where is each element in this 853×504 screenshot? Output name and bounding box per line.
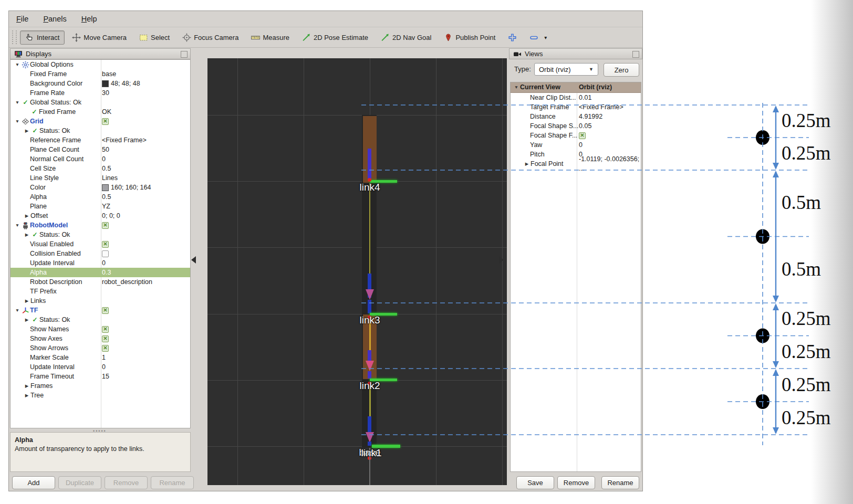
displays-row-frame-rate[interactable]: Frame Rate30 xyxy=(11,88,190,98)
toolbar-2d-nav-goal[interactable]: 2D Nav Goal xyxy=(376,30,436,45)
triangle-down-icon: ▼ xyxy=(14,98,21,107)
displays-row-fixed-frame[interactable]: Fixed Framebase xyxy=(11,69,190,79)
property-value: 1 xyxy=(102,353,106,362)
views-row-target-frame[interactable]: Target Frame<Fixed Frame> xyxy=(511,102,641,112)
displays-panel-title: Displays xyxy=(26,50,51,58)
rename-button[interactable]: Rename xyxy=(601,476,639,489)
displays-row-cell-size[interactable]: Cell Size0.5 xyxy=(11,164,190,173)
displays-row-plane[interactable]: PlaneYZ xyxy=(11,202,190,211)
displays-row-tf-prefix[interactable]: TF Prefix xyxy=(11,287,190,296)
views-row-yaw[interactable]: Yaw0 xyxy=(511,140,641,150)
displays-row-robot-description[interactable]: Robot Descriptionrobot_description xyxy=(11,277,190,287)
checkbox-checked[interactable]: ✕ xyxy=(102,307,109,314)
checkbox-checked[interactable]: ✕ xyxy=(102,345,109,352)
views-row-focal-shape-s[interactable]: Focal Shape S...0.05 xyxy=(511,121,641,131)
displays-row-update-interval[interactable]: Update Interval0 xyxy=(11,362,190,372)
panel-detach-button[interactable] xyxy=(181,51,188,58)
displays-row-reference-frame[interactable]: Reference Frame<Fixed Frame> xyxy=(11,135,190,145)
displays-row-marker-scale[interactable]: Marker Scale1 xyxy=(11,353,190,362)
menu-help[interactable]: Help xyxy=(81,15,97,23)
panel-detach-button[interactable] xyxy=(632,51,639,58)
toolbar-publish-point[interactable]: Publish Point xyxy=(439,30,501,45)
checkbox-checked[interactable]: ✕ xyxy=(102,335,109,342)
property-value: <Fixed Frame> xyxy=(579,102,623,112)
displays-row-color[interactable]: Color160; 160; 164 xyxy=(11,183,190,192)
displays-row-status-ok[interactable]: ▶✓Status: Ok xyxy=(11,126,190,135)
current-view-type: Orbit (rviz) xyxy=(579,82,612,92)
help-text: Amount of transparency to apply to the l… xyxy=(15,445,144,453)
checkbox-checked[interactable]: ✕ xyxy=(102,222,109,229)
zero-button[interactable]: Zero xyxy=(604,63,639,77)
displays-row-global-status-ok[interactable]: ▼✓Global Status: Ok xyxy=(11,98,190,107)
views-icon xyxy=(513,50,522,58)
displays-row-grid[interactable]: ▼Grid✕ xyxy=(11,117,190,126)
displays-row-show-axes[interactable]: Show Axes✕ xyxy=(11,334,190,343)
displays-row-tree[interactable]: ▶Tree xyxy=(11,391,190,400)
displays-row-offset[interactable]: ▶Offset0; 0; 0 xyxy=(11,211,190,220)
hand-icon xyxy=(25,33,34,42)
displays-row-global-options[interactable]: ▼Global Options xyxy=(11,60,190,69)
displays-row-show-names[interactable]: Show Names✕ xyxy=(11,324,190,334)
checkbox-checked[interactable]: ✕ xyxy=(102,118,109,125)
3d-viewport[interactable]: link4link3link2baselink1 xyxy=(207,58,507,485)
checkbox-checked[interactable]: ✕ xyxy=(102,326,109,333)
displays-row-visual-enabled[interactable]: Visual Enabled✕ xyxy=(11,239,190,249)
toolbar-select[interactable]: Select xyxy=(134,30,175,45)
check-icon: ✓ xyxy=(30,126,39,135)
view-type-dropdown[interactable]: Orbit (rviz) ▼ xyxy=(534,63,598,76)
toolbar-plus-icon[interactable] xyxy=(503,30,522,45)
checkbox-checked[interactable]: ✕ xyxy=(579,132,586,139)
menu-panels[interactable]: Panels xyxy=(43,15,66,23)
views-row-near-clip-dist[interactable]: Near Clip Dist...0.01 xyxy=(511,93,641,102)
property-value: robot_description xyxy=(102,277,152,287)
collapse-right-panel-arrow[interactable] xyxy=(499,256,504,264)
displays-row-links[interactable]: ▶Links xyxy=(11,296,190,306)
displays-row-line-style[interactable]: Line StyleLines xyxy=(11,173,190,183)
displays-row-collision-enabled[interactable]: Collision Enabled✕ xyxy=(11,249,190,258)
property-label: Grid xyxy=(30,117,44,126)
property-label: Focal Shape F... xyxy=(530,131,577,140)
displays-row-alpha[interactable]: Alpha0.3 xyxy=(11,268,190,277)
views-panel-header[interactable]: Views xyxy=(509,48,642,59)
property-label: Frame Rate xyxy=(30,88,65,98)
toolbar: InteractMove CameraSelectFocus CameraMea… xyxy=(9,27,642,48)
displays-row-update-interval[interactable]: Update Interval0 xyxy=(11,258,190,268)
property-label: Alpha xyxy=(30,268,47,277)
displays-row-background-color[interactable]: Background Color48; 48; 48 xyxy=(11,79,190,88)
toolbar-minus-icon[interactable]: ▾ xyxy=(524,30,552,45)
save-button[interactable]: Save xyxy=(516,476,554,489)
checkbox-checked[interactable]: ✕ xyxy=(102,241,109,248)
displays-row-fixed-frame[interactable]: ✓Fixed FrameOK xyxy=(11,107,190,117)
toolbar-drag-handle[interactable] xyxy=(12,30,17,44)
displays-panel-header[interactable]: Displays xyxy=(10,48,191,59)
current-view-label: Current View xyxy=(520,82,560,92)
displays-row-frames[interactable]: ▶Frames xyxy=(11,381,190,391)
views-row-focal-point[interactable]: ▶Focal Point-1.0119; -0.0026356; ... xyxy=(511,159,641,169)
toolbar-2d-pose-estimate[interactable]: 2D Pose Estimate xyxy=(297,30,373,45)
check-icon: ✓ xyxy=(30,315,39,324)
displays-row-status-ok[interactable]: ▶✓Status: Ok xyxy=(11,230,190,239)
displays-row-status-ok[interactable]: ▶✓Status: Ok xyxy=(11,315,190,324)
property-label: Marker Scale xyxy=(30,353,69,362)
checkbox-unchecked[interactable]: ✕ xyxy=(102,250,109,257)
displays-row-frame-timeout[interactable]: Frame Timeout15 xyxy=(11,372,190,381)
displays-row-tf[interactable]: ▼TF✕ xyxy=(11,306,190,315)
menu-file[interactable]: File xyxy=(16,15,28,23)
remove-button[interactable]: Remove xyxy=(557,476,595,489)
displays-row-normal-cell-count[interactable]: Normal Cell Count0 xyxy=(11,154,190,164)
current-view-header[interactable]: ▼ Current View Orbit (rviz) xyxy=(511,82,641,93)
toolbar-focus-camera[interactable]: Focus Camera xyxy=(177,30,244,45)
views-row-focal-shape-f[interactable]: Focal Shape F...✕ xyxy=(511,131,641,140)
toolbar-interact[interactable]: Interact xyxy=(20,30,65,45)
property-label: Distance xyxy=(530,112,556,121)
displays-row-plane-cell-count[interactable]: Plane Cell Count50 xyxy=(11,145,190,154)
toolbar-measure[interactable]: Measure xyxy=(246,30,295,45)
collapse-left-panel-arrow[interactable] xyxy=(191,256,196,264)
displays-row-alpha[interactable]: Alpha0.5 xyxy=(11,192,190,202)
triangle-right-icon: ▶ xyxy=(23,126,30,135)
add-button[interactable]: Add xyxy=(12,476,55,489)
views-row-distance[interactable]: Distance4.91992 xyxy=(511,112,641,121)
toolbar-move-camera[interactable]: Move Camera xyxy=(67,30,132,45)
displays-row-show-arrows[interactable]: Show Arrows✕ xyxy=(11,343,190,353)
displays-row-robotmodel[interactable]: ▼RobotModel✕ xyxy=(11,220,190,230)
